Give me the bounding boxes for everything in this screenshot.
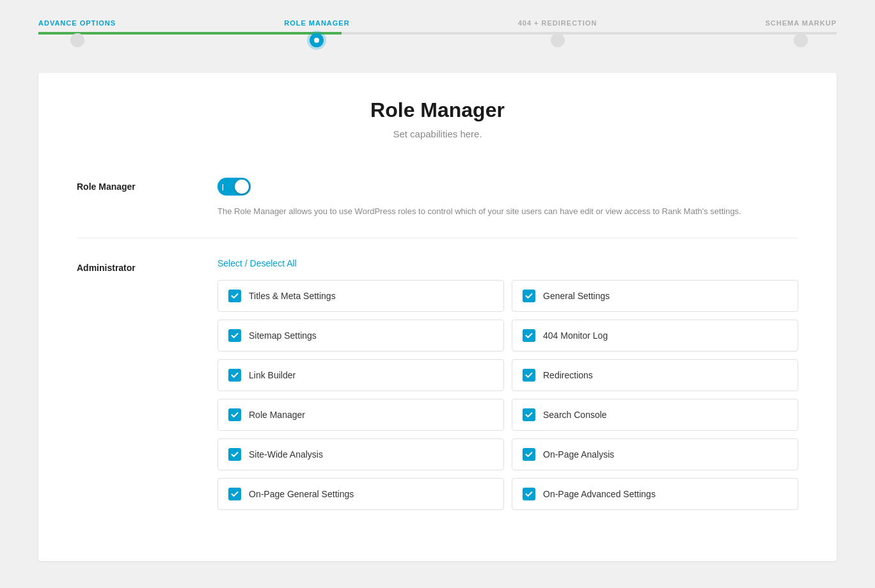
- checkbox-item[interactable]: On-Page General Settings: [217, 478, 504, 510]
- role-manager-label: Role Manager: [77, 178, 192, 192]
- checkbox-box: [523, 488, 535, 500]
- checkbox-box: [228, 329, 241, 342]
- checkbox-label: Role Manager: [249, 410, 305, 420]
- step-404-circle: [551, 33, 565, 47]
- role-manager-toggle[interactable]: |: [217, 178, 251, 196]
- checkbox-box: [228, 290, 241, 302]
- checkbox-label: Search Console: [543, 410, 607, 420]
- step-404-label: 404 + Redirection: [518, 19, 597, 27]
- checkbox-item[interactable]: Site-Wide Analysis: [217, 438, 504, 470]
- checkbox-label: 404 Monitor Log: [543, 330, 608, 341]
- checkbox-box: [228, 369, 241, 382]
- checkbox-box: [228, 488, 241, 500]
- administrator-row: Administrator Select / Deselect All Titl…: [77, 245, 798, 523]
- checkbox-item[interactable]: On-Page Advanced Settings: [512, 478, 798, 510]
- checkbox-box: [523, 408, 535, 421]
- checkbox-box: [228, 408, 241, 421]
- step-role-manager-circle: [310, 33, 324, 47]
- checkbox-item[interactable]: General Settings: [512, 280, 798, 312]
- page-subtitle: Set capabilities here.: [77, 128, 798, 139]
- checkbox-item[interactable]: Search Console: [512, 399, 798, 431]
- checkbox-item[interactable]: Link Builder: [217, 359, 504, 391]
- step-advance-options-circle: [70, 33, 84, 47]
- role-manager-description: The Role Manager allows you to use WordP…: [217, 205, 798, 219]
- checkbox-label: Link Builder: [249, 370, 296, 380]
- checkbox-label: On-Page Advanced Settings: [543, 489, 656, 499]
- checkbox-label: On-Page Analysis: [543, 449, 614, 460]
- checkbox-label: Redirections: [543, 370, 593, 380]
- checkbox-item[interactable]: Titles & Meta Settings: [217, 280, 504, 312]
- checkbox-box: [523, 329, 535, 342]
- toggle-wrap: |: [217, 178, 798, 196]
- administrator-label: Administrator: [77, 258, 192, 273]
- toggle-icon: |: [222, 183, 224, 190]
- divider: [77, 238, 798, 238]
- checkbox-item[interactable]: Redirections: [512, 359, 798, 391]
- checkbox-box: [523, 290, 535, 302]
- checkbox-box: [228, 448, 241, 461]
- step-role-manager-label: Role Manager: [284, 19, 349, 27]
- checkbox-box: [523, 369, 535, 382]
- step-advance-options[interactable]: Advance Options: [38, 19, 116, 47]
- checkbox-label: Sitemap Settings: [249, 330, 317, 341]
- wizard-steps: Advance Options Role Manager 404 + Redir…: [38, 19, 837, 47]
- checkbox-item[interactable]: Sitemap Settings: [217, 320, 504, 352]
- role-manager-content: | The Role Manager allows you to use Wor…: [217, 178, 798, 219]
- checkbox-label: General Settings: [543, 291, 610, 301]
- admin-content: Select / Deselect All Titles & Meta Sett…: [217, 258, 798, 510]
- step-schema-markup[interactable]: Schema Markup: [765, 19, 837, 47]
- checkboxes-grid: Titles & Meta SettingsGeneral SettingsSi…: [217, 280, 798, 510]
- toggle-knob: [235, 180, 249, 194]
- checkbox-box: [523, 448, 535, 461]
- role-manager-row: Role Manager | The Role Manager allows y…: [77, 165, 798, 231]
- step-schema-label: Schema Markup: [765, 19, 837, 27]
- checkbox-item[interactable]: On-Page Analysis: [512, 438, 798, 470]
- main-card: Role Manager Set capabilities here. Role…: [38, 73, 837, 561]
- wizard-header: Advance Options Role Manager 404 + Redir…: [0, 0, 875, 73]
- checkbox-item[interactable]: Role Manager: [217, 399, 504, 431]
- page-title: Role Manager: [77, 98, 798, 122]
- checkbox-label: Titles & Meta Settings: [249, 291, 336, 301]
- step-schema-circle: [794, 33, 808, 47]
- step-role-manager[interactable]: Role Manager: [284, 19, 349, 47]
- step-advance-options-label: Advance Options: [38, 19, 116, 27]
- step-404-redirection[interactable]: 404 + Redirection: [518, 19, 597, 47]
- checkbox-label: Site-Wide Analysis: [249, 449, 323, 460]
- steps-track: [38, 32, 837, 35]
- checkbox-item[interactable]: 404 Monitor Log: [512, 320, 798, 352]
- checkbox-label: On-Page General Settings: [249, 489, 354, 499]
- select-deselect-all[interactable]: Select / Deselect All: [217, 258, 297, 268]
